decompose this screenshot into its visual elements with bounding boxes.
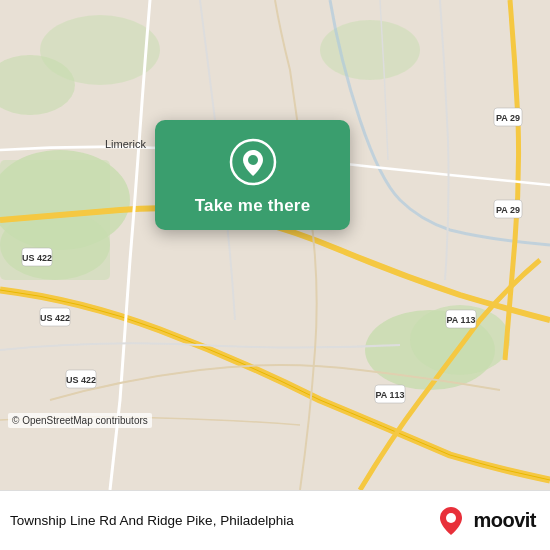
bottom-bar: Township Line Rd And Ridge Pike, Philade… (0, 490, 550, 550)
moovit-text: moovit (473, 509, 536, 532)
osm-attribution: © OpenStreetMap contributors (8, 413, 152, 428)
svg-point-26 (446, 513, 456, 523)
moovit-icon (435, 505, 467, 537)
map-container: Limerick US 422 US 422 US 422 PA 29 PA 2… (0, 0, 550, 490)
svg-point-7 (40, 15, 160, 85)
svg-text:US 422: US 422 (40, 313, 70, 323)
svg-text:PA 29: PA 29 (496, 205, 520, 215)
svg-text:PA 29: PA 29 (496, 113, 520, 123)
svg-point-25 (248, 155, 258, 165)
svg-text:Limerick: Limerick (105, 138, 146, 150)
take-me-there-button[interactable]: Take me there (155, 120, 350, 230)
take-me-there-label: Take me there (195, 196, 311, 216)
svg-text:US 422: US 422 (22, 253, 52, 263)
moovit-logo: moovit (435, 505, 536, 537)
svg-text:PA 113: PA 113 (375, 390, 404, 400)
svg-text:PA 113: PA 113 (446, 315, 475, 325)
location-pin-icon (229, 138, 277, 186)
svg-text:US 422: US 422 (66, 375, 96, 385)
location-text: Township Line Rd And Ridge Pike, Philade… (10, 513, 435, 528)
